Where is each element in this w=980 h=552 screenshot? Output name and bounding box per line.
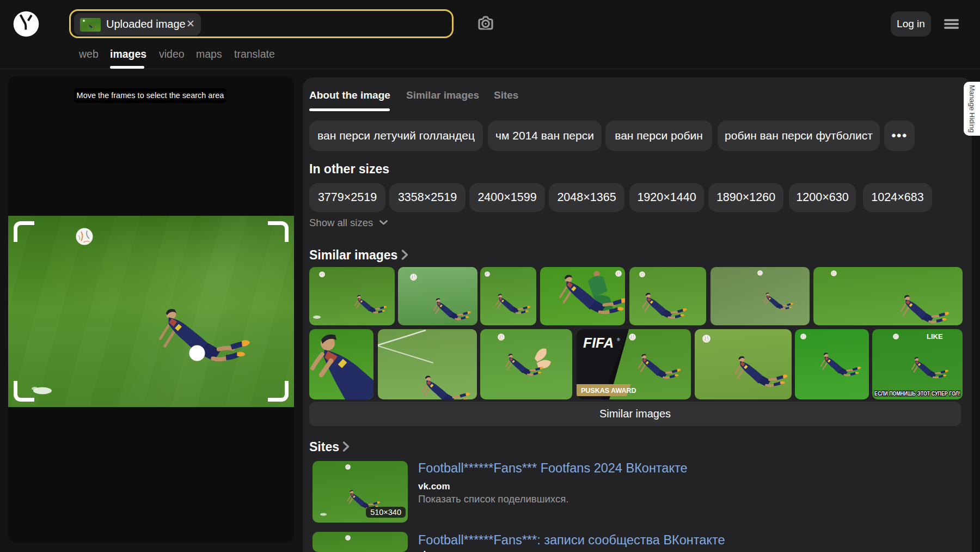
svg-text:®: ® [617, 337, 620, 342]
svg-text:FIFA: FIFA [583, 335, 614, 351]
svg-text:LIKE: LIKE [927, 332, 943, 341]
svg-text:ЕСЛИ ПОМНИШЬ ЭТОТ СУПЕР ГОЛ!: ЕСЛИ ПОМНИШЬ ЭТОТ СУПЕР ГОЛ! [874, 390, 960, 397]
svg-text:PUSKAS AWARD: PUSKAS AWARD [581, 387, 636, 395]
